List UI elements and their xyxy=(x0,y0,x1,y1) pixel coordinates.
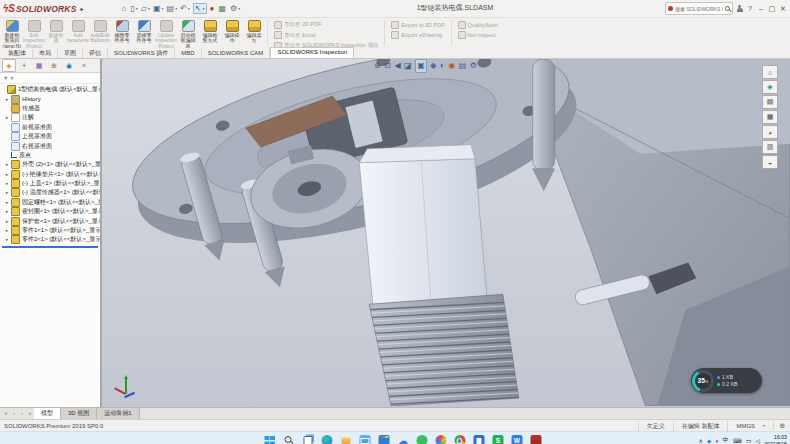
input-language-indicator[interactable]: 中 xyxy=(722,436,729,444)
command-tab[interactable]: MBD xyxy=(175,49,201,58)
tree-item[interactable]: ▸ 固定螺栓<1> (默认<<默认>_显示 xyxy=(0,198,100,207)
units-dropdown-caret[interactable]: ▾ xyxy=(763,423,773,428)
tool-button[interactable]: QualityXpert xyxy=(458,21,498,29)
onedrive-icon[interactable]: ☁ xyxy=(397,435,408,444)
help-search-input[interactable]: 搜索 SOLIDWORKS 帮助 xyxy=(665,2,733,15)
tab-scroll-button[interactable]: › xyxy=(18,408,26,419)
home-icon[interactable]: ⌂ xyxy=(762,65,778,79)
panel-overflow-chevron[interactable]: » xyxy=(77,59,91,72)
app-w-icon[interactable]: W xyxy=(511,435,522,444)
document-tab[interactable]: 模型 xyxy=(34,408,61,419)
export-button[interactable]: Export eDrawing xyxy=(391,31,444,39)
input-method-icon[interactable]: ⌨ xyxy=(733,437,742,444)
ribbon-button[interactable]: Update Inspection Project xyxy=(155,18,177,48)
undo-icon[interactable]: ↶▾ xyxy=(180,4,190,13)
command-tab[interactable]: 布局 xyxy=(33,49,58,58)
search-button[interactable] xyxy=(283,435,294,444)
design-library-icon[interactable]: ▤ xyxy=(762,95,778,109)
chrome-icon[interactable] xyxy=(454,435,465,444)
ribbon-button[interactable]: 新建检 查项目 (amp;N) xyxy=(1,18,23,48)
hide-show-icon[interactable]: ◐ xyxy=(440,60,445,72)
command-tab[interactable]: SOLIDWORKS 插件 xyxy=(108,49,175,58)
status-item[interactable]: 在编辑 装配体 xyxy=(673,421,728,431)
apply-scene-icon[interactable]: ▤ xyxy=(459,60,467,72)
globe-icon[interactable]: ⊕ xyxy=(773,422,790,430)
select-icon[interactable]: ↖▾ xyxy=(193,3,207,14)
tray-expand-icon[interactable]: ∧ xyxy=(698,437,702,444)
zoom-area-icon[interactable]: ⊡ xyxy=(384,60,391,72)
tree-item[interactable]: ▸ (-) 绝缘垫片<1> (默认<<默认>_显 xyxy=(0,170,100,179)
tree-item[interactable]: 前视基准面 xyxy=(0,123,100,132)
tray-security-icon[interactable]: ◆ xyxy=(707,438,711,444)
display-style-icon[interactable]: ◆ xyxy=(430,60,436,72)
tree-item[interactable]: ▸ 保护套<1> (默认<<默认>_显示状 xyxy=(0,216,100,225)
ribbon-button[interactable]: 移除零 件序号 xyxy=(111,18,133,48)
section-view-icon[interactable]: ◪ xyxy=(404,60,412,72)
tree-item[interactable]: 1型铠装热电偶 (默认<默认_显示状态-1 xyxy=(0,85,100,94)
tree-item[interactable]: ▸ 注解 xyxy=(0,113,100,122)
tree-item[interactable]: 传感器 xyxy=(0,104,100,113)
help-button[interactable]: ? xyxy=(746,3,754,15)
tab-scroll-button[interactable]: ‹ xyxy=(10,408,18,419)
export-button[interactable]: Export to 3D PDF xyxy=(391,21,444,29)
print-icon[interactable]: ▤▾ xyxy=(167,4,178,13)
command-tab[interactable]: 装配体 xyxy=(2,49,33,58)
forum-icon[interactable]: ◒ xyxy=(762,155,778,169)
tree-item[interactable]: ▸ (-) 上盖<1> (默认<<默认>_显示状 xyxy=(0,179,100,188)
ribbon-button[interactable]: 编辑操 作 xyxy=(221,18,243,48)
tree-item[interactable]: ▸ 零件2<1> (默认<<默认>_显示状 xyxy=(0,235,100,244)
home-icon[interactable]: ⌂ xyxy=(122,4,128,13)
file-explorer-icon[interactable] xyxy=(340,435,351,444)
ribbon-button[interactable]: 新建检 视 xyxy=(45,18,67,48)
propertymanager-tab[interactable]: + xyxy=(17,59,31,72)
tree-item[interactable]: ▸ 零件1<1> (默认<<默认>_显示状态 xyxy=(0,226,100,235)
configurationmanager-tab[interactable]: ▦ xyxy=(32,59,46,72)
start-button[interactable] xyxy=(264,435,275,444)
graphics-viewport[interactable]: ⊕ ⊡ ◀ ◪ ▣ ◆ ◐ ◉ ▤ ⚙ xyxy=(102,59,790,407)
tree-item[interactable]: 右视基准面 xyxy=(0,141,100,150)
close-button[interactable]: ✕ xyxy=(779,3,787,15)
command-tab[interactable]: SOLIDWORKS Inspection xyxy=(270,47,354,58)
export-button[interactable]: 导出至 Excel xyxy=(274,31,378,39)
tree-filter[interactable]: ▼ ▾ xyxy=(0,73,100,84)
dimxpertmanager-tab[interactable]: ⊕ xyxy=(47,59,61,72)
app-color-icon[interactable] xyxy=(435,435,446,444)
custom-properties-icon[interactable]: ▥ xyxy=(762,140,778,154)
file-explorer-pane-icon[interactable]: ▦ xyxy=(762,110,778,124)
cast-icon[interactable]: ▭ xyxy=(746,437,752,444)
menu-flyout-icon[interactable]: ▸ xyxy=(81,5,84,12)
solidworks-taskbar-icon[interactable] xyxy=(530,435,541,444)
command-tab[interactable]: 草图 xyxy=(58,49,83,58)
user-account-icon[interactable] xyxy=(736,5,743,13)
export-button[interactable]: 导出至 2D PDF xyxy=(274,21,378,29)
minimize-button[interactable]: – xyxy=(757,3,765,15)
tree-item[interactable]: ▸ History xyxy=(0,94,100,103)
edit-appearance-icon[interactable]: ◉ xyxy=(448,60,455,72)
task-view-button[interactable] xyxy=(302,435,313,444)
save-icon[interactable]: ▣▾ xyxy=(153,4,164,13)
featuremanager-tab[interactable]: ◈ xyxy=(2,59,16,72)
ribbon-button[interactable]: Add/Edit Balloons xyxy=(89,18,111,48)
ribbon-button[interactable]: 编辑卖 方 xyxy=(243,18,265,48)
options-icon[interactable]: ⚙▾ xyxy=(230,4,240,13)
document-tab[interactable]: 运动算例1 xyxy=(97,408,139,419)
command-tab[interactable]: SOLIDWORKS CAM xyxy=(202,49,271,58)
ribbon-button[interactable]: Add Characteristic xyxy=(67,18,89,48)
app-s-icon[interactable]: S xyxy=(492,435,503,444)
ribbon-button[interactable]: Edit Inspection Project xyxy=(23,18,45,48)
tree-item[interactable]: 上视基准面 xyxy=(0,132,100,141)
view-settings-icon[interactable]: ⚙ xyxy=(470,60,477,72)
status-item[interactable]: MMGS xyxy=(727,421,763,431)
appearances-icon[interactable]: ◕ xyxy=(762,125,778,139)
taskbar-clock[interactable]: 16:03 2022/8/15 xyxy=(764,434,787,444)
zoom-fit-icon[interactable]: ⊕ xyxy=(374,60,381,72)
performance-icon[interactable]: ● xyxy=(210,4,216,13)
tree-item[interactable]: 原点 xyxy=(0,151,100,160)
3d-model[interactable] xyxy=(102,59,790,406)
app-book-icon[interactable] xyxy=(473,435,484,444)
tree-item[interactable]: ▸ 密封圈<1> (默认<<默认>_显示状 xyxy=(0,207,100,216)
command-tab[interactable]: 评估 xyxy=(83,49,108,58)
tab-scroll-button[interactable]: « xyxy=(2,408,10,419)
tree-item[interactable]: ▸ 外壳 (2)<1> (默认<<默认>_显示状 xyxy=(0,160,100,169)
tool-button[interactable]: Net-Inspect xyxy=(458,31,498,39)
